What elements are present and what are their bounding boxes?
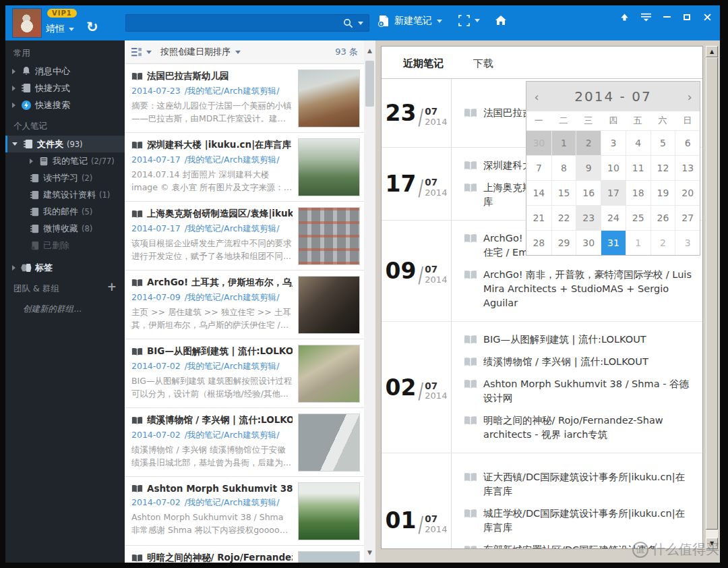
calendar-day-cell[interactable]: 11 bbox=[626, 155, 650, 180]
calendar-day-cell[interactable]: 2 bbox=[650, 230, 675, 255]
panel-scrollbar[interactable]: ▲ ▼ bbox=[706, 46, 718, 549]
sidebar-item-my-mail[interactable]: 我的邮件 (5) bbox=[5, 203, 125, 220]
sidebar-item-deleted[interactable]: 已删除 bbox=[5, 237, 125, 254]
chevron-down-icon[interactable] bbox=[146, 51, 152, 54]
note-list-item[interactable]: 绩溪博物馆 / 李兴钢 | 流什:LOLKOUT2014-07-02/我的笔记/… bbox=[125, 408, 364, 477]
recent-note-link[interactable]: 证大西镇/DC国际建筑设计事务所|ikuku.cn|在库言库 bbox=[464, 470, 693, 499]
sidebar-item-reading[interactable]: 读书学习 (2) bbox=[5, 169, 125, 186]
sidebar-item-arch-materials[interactable]: 建筑设计资料 (1) bbox=[5, 186, 125, 203]
calendar-day-cell[interactable]: 12 bbox=[650, 155, 675, 180]
calendar-day-cell[interactable]: 16 bbox=[576, 180, 601, 205]
recent-note-link[interactable]: Ashton Morph Sukhumvit 38 / Shma - 谷德设计网 bbox=[464, 377, 693, 405]
sidebar-item-tags[interactable]: 标签 bbox=[5, 259, 125, 276]
calendar-day-cell[interactable]: 9 bbox=[576, 155, 601, 180]
calendar-day-cell[interactable]: 5 bbox=[650, 130, 675, 155]
calendar-day-cell[interactable]: 8 bbox=[551, 155, 576, 180]
maximize-button[interactable] bbox=[678, 9, 696, 24]
calendar-day-cell[interactable]: 10 bbox=[601, 155, 626, 180]
calendar-day-cell[interactable]: 30 bbox=[526, 130, 551, 155]
calendar-day-cell[interactable]: 17 bbox=[601, 180, 626, 205]
note-list-scrollbar[interactable]: ▲ ▼ bbox=[364, 40, 375, 563]
sidebar-item-my-notes[interactable]: 我的笔记 (2/77) bbox=[5, 152, 125, 169]
calendar-day-cell[interactable]: 21 bbox=[526, 205, 551, 230]
calendar-day-cell[interactable]: 1 bbox=[626, 230, 650, 255]
note-list-item[interactable]: 深圳建科大楼 |ikuku.cn|在库言库2014-07-17/我的笔记/Arc… bbox=[125, 133, 364, 202]
scroll-up-icon[interactable]: ▲ bbox=[364, 45, 375, 57]
main-menu-button[interactable] bbox=[637, 9, 655, 24]
calendar-day-cell[interactable]: 26 bbox=[650, 205, 675, 230]
note-list-item[interactable]: 法国巴拉吉斯幼儿园2014-07-23/我的笔记/Arch建筑剪辑/摘要：这座幼… bbox=[125, 64, 364, 133]
sidebar-item-folders[interactable]: 文件夹 (93) bbox=[5, 136, 125, 152]
calendar-day-cell[interactable]: 3 bbox=[601, 130, 626, 155]
username-menu[interactable]: 靖恒 bbox=[46, 23, 74, 35]
expand-arrow-icon[interactable] bbox=[30, 159, 33, 164]
note-list-item[interactable]: ArchGo! 土耳其，伊斯坦布尔，乌卢...2014-07-09/我的笔记/A… bbox=[125, 271, 364, 339]
chevron-down-icon[interactable] bbox=[437, 20, 442, 23]
sort-selector[interactable]: 按照创建日期排序 bbox=[160, 46, 231, 58]
recent-note-link[interactable]: 城庄学校/DC国际建筑设计事务所|ikuku.cn|在库言库 bbox=[464, 507, 693, 535]
calendar-day-cell[interactable]: 27 bbox=[675, 205, 700, 230]
scrollbar-thumb[interactable] bbox=[365, 61, 374, 107]
recent-note-link[interactable]: 明暗之间的神秘/ Rojo/Fernandez-Shaw architects … bbox=[464, 414, 693, 442]
close-button[interactable] bbox=[698, 9, 716, 24]
user-avatar[interactable] bbox=[12, 8, 42, 38]
view-mode-icon[interactable] bbox=[131, 48, 142, 57]
calendar-day-cell[interactable]: 2 bbox=[576, 130, 601, 155]
minimize-button[interactable] bbox=[658, 9, 675, 24]
sync-icon[interactable]: ↻ bbox=[86, 20, 98, 34]
calendar-day-cell[interactable]: 28 bbox=[526, 230, 551, 255]
create-group-link[interactable]: 创建新的群组... bbox=[5, 298, 125, 315]
calendar-day-cell[interactable]: 3 bbox=[675, 230, 700, 255]
recent-note-link[interactable]: BIG—从图解到建筑 | 流什:LOLKOUT bbox=[464, 333, 693, 347]
calendar-prev-icon[interactable]: ‹ bbox=[526, 90, 547, 104]
note-list-item[interactable]: 上海奥克斯创研制造园区/袁烽|ikuk...2014-07-17/我的笔记/Ar… bbox=[125, 202, 364, 271]
calendar-day-cell[interactable]: 13 bbox=[675, 155, 700, 180]
recent-note-link[interactable]: 绩溪博物馆 / 李兴钢 | 流什:LOLKOUT bbox=[464, 355, 693, 369]
sidebar-item-shortcuts[interactable]: 快捷方式 bbox=[5, 80, 125, 96]
expand-arrow-icon[interactable] bbox=[12, 69, 16, 74]
expand-arrow-icon[interactable] bbox=[12, 86, 16, 91]
sidebar-item-quick-search[interactable]: 快速搜索 bbox=[5, 96, 125, 113]
calendar-day-cell[interactable]: 24 bbox=[601, 205, 626, 230]
screen-capture-button[interactable] bbox=[458, 15, 480, 26]
expand-arrow-icon[interactable] bbox=[12, 265, 16, 271]
search-icon[interactable] bbox=[343, 18, 353, 28]
calendar-day-cell[interactable]: 18 bbox=[626, 180, 650, 205]
calendar-day-cell[interactable]: 20 bbox=[675, 180, 700, 205]
calendar-day-cell[interactable]: 25 bbox=[626, 205, 650, 230]
new-note-button[interactable]: 新建笔记 bbox=[377, 15, 442, 27]
calendar-day-cell[interactable]: 30 bbox=[576, 230, 601, 255]
recent-note-link[interactable]: ArchGo! 南非，开普敦，豪特湾国际学校 / Luis Mira Archi… bbox=[464, 268, 693, 310]
chevron-down-icon[interactable] bbox=[235, 51, 241, 54]
scroll-down-icon[interactable]: ▼ bbox=[364, 546, 375, 559]
scrollbar-thumb[interactable] bbox=[706, 57, 718, 530]
collapse-arrow-icon[interactable] bbox=[12, 142, 18, 146]
calendar-day-cell[interactable]: 7 bbox=[526, 155, 551, 180]
note-list-item[interactable]: 明暗之间的神秘/ Rojo/Fernandez-S... bbox=[125, 546, 364, 563]
note-list-item[interactable]: Ashton Morph Sukhumvit 38 / Shma...2014-… bbox=[125, 477, 364, 546]
tab-recent-notes[interactable]: 近期笔记 bbox=[403, 57, 444, 70]
calendar-day-cell[interactable]: 19 bbox=[650, 180, 675, 205]
calendar-day-cell[interactable]: 14 bbox=[526, 180, 551, 205]
tab-download[interactable]: 下载 bbox=[473, 57, 493, 70]
scroll-up-icon[interactable]: ▲ bbox=[706, 46, 718, 57]
calendar-day-cell[interactable]: 31 bbox=[601, 230, 626, 255]
collapse-to-tray-button[interactable] bbox=[615, 9, 633, 24]
sidebar-item-message-center[interactable]: 消息中心 bbox=[5, 63, 125, 80]
calendar-day-cell[interactable]: 1 bbox=[551, 130, 576, 155]
add-group-button[interactable]: + bbox=[107, 282, 117, 291]
calendar-day-cell[interactable]: 29 bbox=[551, 230, 576, 255]
search-options-icon[interactable] bbox=[358, 22, 363, 25]
search-input[interactable] bbox=[125, 14, 369, 32]
note-list-item[interactable]: BIG—从图解到建筑 | 流什:LOLKOUT2014-07-02/我的笔记/A… bbox=[125, 339, 364, 408]
home-button[interactable] bbox=[495, 15, 507, 26]
calendar-day-cell[interactable]: 22 bbox=[551, 205, 576, 230]
calendar-day-cell[interactable]: 23 bbox=[576, 205, 601, 230]
calendar-next-icon[interactable]: › bbox=[679, 90, 700, 104]
sidebar-item-weibo-favorites[interactable]: 微博收藏 (8) bbox=[5, 220, 125, 237]
calendar-day-cell[interactable]: 6 bbox=[675, 130, 700, 155]
calendar-day-cell[interactable]: 4 bbox=[626, 130, 650, 155]
calendar-day-cell[interactable]: 15 bbox=[551, 180, 576, 205]
expand-arrow-icon[interactable] bbox=[12, 103, 16, 108]
chevron-down-icon[interactable] bbox=[475, 19, 480, 22]
